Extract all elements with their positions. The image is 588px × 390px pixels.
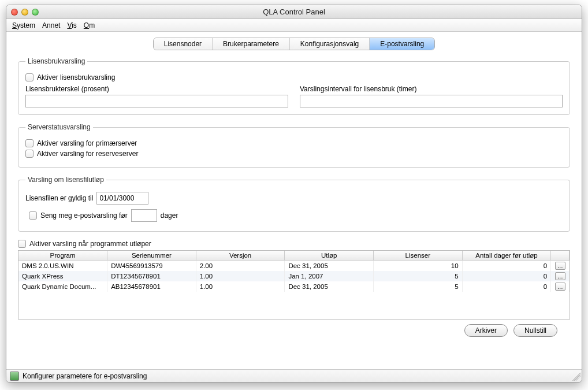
status-text: Konfigurer parametere for e-postvarsling [23, 372, 147, 380]
label-activate-usage: Aktiver lisensbrukvarsling [37, 73, 115, 81]
th-program[interactable]: Program [18, 251, 107, 261]
cell-program: Quark XPress [18, 271, 107, 281]
checkbox-program-expire[interactable] [18, 240, 26, 248]
label-reserve-server: Aktiver varsling for reserveserver [37, 150, 138, 158]
tabbar: Lisensnoder Brukerparametere Konfigurasj… [6, 32, 582, 50]
arkiver-button[interactable]: Arkiver [464, 324, 508, 337]
cell-program: Quark Dynamic Docum... [18, 281, 107, 292]
row-ellipsis-button[interactable]: … [555, 283, 565, 291]
cell-serial: AB12345678901 [107, 281, 196, 292]
window: QLA Control Panel System Annet Vis Om Li… [6, 5, 582, 382]
label-valid-until: Lisensfilen er gyldig til [25, 194, 93, 202]
cell-expiry: Dec 31, 2005 [285, 261, 374, 272]
th-daysbefore[interactable]: Antall dager før utløp [462, 251, 551, 261]
th-version[interactable]: Versjon [196, 251, 285, 261]
program-table: Program Serienummer Versjon Utløp Lisens… [18, 250, 570, 320]
input-valid-until[interactable] [96, 192, 148, 205]
th-action [551, 251, 570, 261]
input-days-before[interactable] [131, 209, 157, 222]
tab-brukerparametere[interactable]: Brukerparametere [213, 38, 290, 50]
group-server-status-legend: Serverstatusvarsling [25, 123, 93, 131]
group-license-usage-legend: Lisensbrukvarsling [25, 57, 87, 65]
group-license-usage: Lisensbrukvarsling Aktiver lisensbrukvar… [18, 57, 570, 115]
group-server-status: Serverstatusvarsling Aktiver varsling fo… [18, 123, 570, 168]
group-license-expiry: Varsling om lisensfilutløp Lisensfilen e… [18, 176, 570, 232]
label-days-suffix: dager [161, 211, 178, 220]
cell-licenses: 10 [374, 261, 463, 272]
cell-program: DMS 2.0.US.WIN [18, 261, 107, 272]
group-license-expiry-legend: Varsling om lisensfilutløp [25, 176, 106, 184]
resize-handle[interactable] [572, 373, 580, 381]
label-primary-server: Aktiver varsling for primærserver [37, 139, 137, 147]
checkbox-activate-usage[interactable] [25, 73, 34, 81]
statusbar: Konfigurer parametere for e-postvarsling [6, 369, 582, 382]
window-title: QLA Control Panel [6, 8, 582, 16]
cell-expiry: Jan 1, 2007 [285, 271, 374, 281]
label-program-expire: Aktiver varsling når programmet utløper [29, 240, 151, 248]
titlebar: QLA Control Panel [6, 5, 582, 19]
tab-epostvarsling[interactable]: E-postvarsling [370, 38, 434, 50]
cell-serial: DW45569913579 [107, 261, 196, 272]
nullstill-button[interactable]: Nullstill [513, 324, 557, 337]
content-area: Lisensbrukvarsling Aktiver lisensbrukvar… [6, 50, 582, 369]
tab-lisensnoder[interactable]: Lisensnoder [154, 38, 213, 50]
row-ellipsis-button[interactable]: … [555, 272, 565, 280]
checkbox-primary-server[interactable] [25, 139, 34, 147]
cell-days: 0 [462, 271, 551, 281]
cell-serial: DT12345678901 [107, 271, 196, 281]
cell-licenses: 5 [374, 271, 463, 281]
menu-system[interactable]: System [12, 21, 35, 29]
label-send-before: Seng meg e-postvarsling før [40, 211, 128, 220]
menu-om[interactable]: Om [84, 21, 95, 29]
status-icon [10, 372, 19, 381]
label-interval: Varslingsintervall for lisensbruk (timer… [300, 85, 563, 93]
label-threshold: Lisensbrukterskel (prosent) [25, 85, 288, 93]
checkbox-reserve-server[interactable] [25, 150, 34, 158]
cell-days: 0 [462, 281, 551, 292]
cell-expiry: Dec 31, 2005 [285, 281, 374, 292]
table-row[interactable]: DMS 2.0.US.WINDW455699135792.00Dec 31, 2… [18, 261, 570, 272]
th-licenses[interactable]: Lisenser [374, 251, 463, 261]
input-interval[interactable] [300, 95, 563, 107]
cell-version: 1.00 [196, 281, 285, 292]
cell-version: 1.00 [196, 271, 285, 281]
table-row[interactable]: Quark Dynamic Docum...AB123456789011.00D… [18, 281, 570, 292]
checkbox-send-before[interactable] [29, 211, 37, 220]
cell-version: 2.00 [196, 261, 285, 272]
cell-days: 0 [462, 261, 551, 272]
th-serial[interactable]: Serienummer [107, 251, 196, 261]
table-row[interactable]: Quark XPressDT123456789011.00Jan 1, 2007… [18, 271, 570, 281]
tab-konfigurasjonsvalg[interactable]: Konfigurasjonsvalg [290, 38, 370, 50]
table-header-row: Program Serienummer Versjon Utløp Lisens… [18, 251, 570, 261]
th-expiry[interactable]: Utløp [285, 251, 374, 261]
menubar: System Annet Vis Om [6, 19, 582, 32]
menu-vis[interactable]: Vis [67, 21, 76, 29]
row-ellipsis-button[interactable]: … [555, 262, 565, 270]
menu-annet[interactable]: Annet [42, 21, 60, 29]
input-threshold[interactable] [25, 95, 288, 107]
cell-licenses: 5 [374, 281, 463, 292]
